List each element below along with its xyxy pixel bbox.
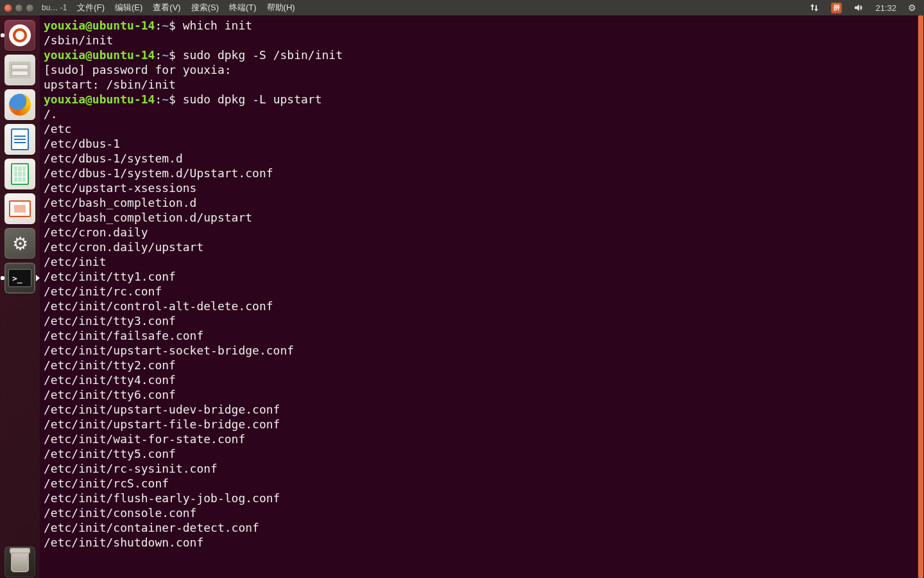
- terminal-line: /etc/init/rc.conf: [44, 284, 920, 299]
- menu-item-4[interactable]: 终端(T): [225, 2, 261, 13]
- ubuntu-icon: [9, 24, 31, 46]
- terminal-window[interactable]: youxia@ubuntu-14:~$ which init/sbin/init…: [40, 15, 924, 578]
- terminal-line: /etc/init/tty5.conf: [44, 446, 920, 461]
- prompt-path: ~: [162, 19, 169, 32]
- terminal-line: /etc/init/tty1.conf: [44, 269, 920, 284]
- terminal-line: /.: [44, 107, 920, 121]
- terminal-line: /etc/bash_completion.d: [44, 195, 920, 210]
- menu-item-3[interactable]: 搜索(S): [187, 2, 223, 13]
- terminal-line: /etc/cron.daily/upstart: [44, 240, 920, 254]
- terminal-line: /etc/init/tty4.conf: [44, 372, 920, 387]
- volume-icon: [853, 3, 864, 13]
- launcher-dash[interactable]: [4, 19, 36, 51]
- window-maximize-button[interactable]: [26, 4, 34, 12]
- window-close-button[interactable]: [4, 4, 12, 12]
- terminal-line: /etc/cron.daily: [44, 225, 920, 240]
- active-app-arrow-icon: [36, 275, 40, 281]
- menu-bar: 文件(F)编辑(E)查看(V)搜索(S)终端(T)帮助(H): [71, 2, 298, 13]
- terminal-line: /etc: [44, 121, 920, 136]
- terminal-line: /etc/init/container-detect.conf: [44, 520, 920, 535]
- prompt-user: youxia@ubuntu-14: [44, 19, 155, 32]
- terminal-line: youxia@ubuntu-14:~$ sudo dpkg -S /sbin/i…: [44, 48, 920, 62]
- top-panel: bu… -1 文件(F)编辑(E)查看(V)搜索(S)终端(T)帮助(H) 拼 …: [0, 0, 924, 15]
- terminal-line: [sudo] password for youxia:: [44, 62, 920, 77]
- launcher-writer[interactable]: [4, 123, 36, 155]
- launcher-firefox[interactable]: [4, 89, 36, 121]
- terminal-output[interactable]: youxia@ubuntu-14:~$ which init/sbin/init…: [44, 18, 920, 550]
- terminal-line: /etc/init/tty6.conf: [44, 387, 920, 402]
- launcher-calc[interactable]: [4, 158, 36, 190]
- menu-item-5[interactable]: 帮助(H): [263, 2, 299, 13]
- terminal-line: /etc/init/shutdown.conf: [44, 535, 920, 550]
- terminal-line: /etc/dbus-1/system.d: [44, 151, 920, 166]
- terminal-line: /etc/init/upstart-socket-bridge.conf: [44, 343, 920, 358]
- settings-icon: ⚙: [12, 233, 28, 254]
- terminal-icon: >_: [8, 269, 31, 287]
- launcher-files[interactable]: [4, 54, 36, 86]
- terminal-scrollbar[interactable]: [918, 15, 924, 578]
- menu-item-1[interactable]: 编辑(E): [111, 2, 146, 13]
- network-updown-icon: [809, 3, 819, 13]
- terminal-line: /etc/upstart-xsessions: [44, 180, 920, 195]
- impress-icon: [9, 200, 31, 217]
- calc-icon: [11, 163, 29, 185]
- terminal-line: /etc/init/rc-sysinit.conf: [44, 461, 920, 476]
- terminal-line: /etc/init/upstart-udev-bridge.conf: [44, 402, 920, 417]
- session-indicator[interactable]: [908, 3, 916, 13]
- window-title: bu… -1: [38, 3, 71, 12]
- terminal-line: youxia@ubuntu-14:~$ sudo dpkg -L upstart: [44, 92, 920, 107]
- command-text: sudo dpkg -L upstart: [183, 92, 322, 106]
- trash-icon: [11, 552, 29, 572]
- terminal-line: /etc/init: [44, 254, 920, 269]
- firefox-icon: [9, 94, 31, 116]
- terminal-line: /etc/init/rcS.conf: [44, 476, 920, 491]
- launcher-terminal[interactable]: >_: [4, 262, 36, 294]
- launcher-impress[interactable]: [4, 193, 36, 225]
- launcher-settings[interactable]: ⚙: [4, 227, 36, 259]
- command-text: which init: [183, 19, 252, 32]
- menu-item-0[interactable]: 文件(F): [73, 2, 108, 13]
- terminal-line: /etc/init/flush-early-job-log.conf: [44, 491, 920, 505]
- files-icon: [9, 62, 31, 78]
- system-indicators: 拼 21:32: [809, 3, 924, 13]
- input-method-icon: 拼: [831, 3, 842, 13]
- terminal-line: youxia@ubuntu-14:~$ which init: [44, 18, 920, 33]
- prompt-user: youxia@ubuntu-14: [44, 48, 155, 62]
- terminal-line: /etc/dbus-1: [44, 136, 920, 151]
- sound-indicator[interactable]: [853, 3, 864, 13]
- unity-launcher: ⚙ >_: [0, 15, 40, 578]
- terminal-line: /etc/init/wait-for-state.conf: [44, 432, 920, 446]
- prompt-user: youxia@ubuntu-14: [44, 92, 155, 106]
- terminal-line: /sbin/init: [44, 33, 920, 48]
- terminal-line: /etc/init/console.conf: [44, 505, 920, 520]
- network-indicator[interactable]: [809, 3, 819, 13]
- prompt-path: ~: [162, 48, 169, 62]
- terminal-line: /etc/init/control-alt-delete.conf: [44, 299, 920, 313]
- window-controls: [0, 4, 38, 12]
- scrollbar-thumb[interactable]: [918, 15, 923, 578]
- menu-item-2[interactable]: 查看(V): [149, 2, 184, 13]
- clock-indicator[interactable]: 21:32: [875, 3, 896, 13]
- terminal-line: /etc/init/upstart-file-bridge.conf: [44, 417, 920, 432]
- command-text: sudo dpkg -S /sbin/init: [183, 48, 343, 62]
- terminal-line: /etc/bash_completion.d/upstart: [44, 210, 920, 225]
- terminal-line: /etc/init/failsafe.conf: [44, 328, 920, 343]
- terminal-line: upstart: /sbin/init: [44, 77, 920, 92]
- prompt-path: ~: [162, 92, 169, 106]
- writer-icon: [11, 128, 29, 150]
- launcher-trash[interactable]: [4, 546, 36, 578]
- terminal-line: /etc/init/tty3.conf: [44, 313, 920, 328]
- terminal-line: /etc/dbus-1/system.d/Upstart.conf: [44, 166, 920, 180]
- window-minimize-button[interactable]: [15, 4, 23, 12]
- input-method-indicator[interactable]: 拼: [831, 3, 842, 13]
- terminal-line: /etc/init/tty2.conf: [44, 358, 920, 372]
